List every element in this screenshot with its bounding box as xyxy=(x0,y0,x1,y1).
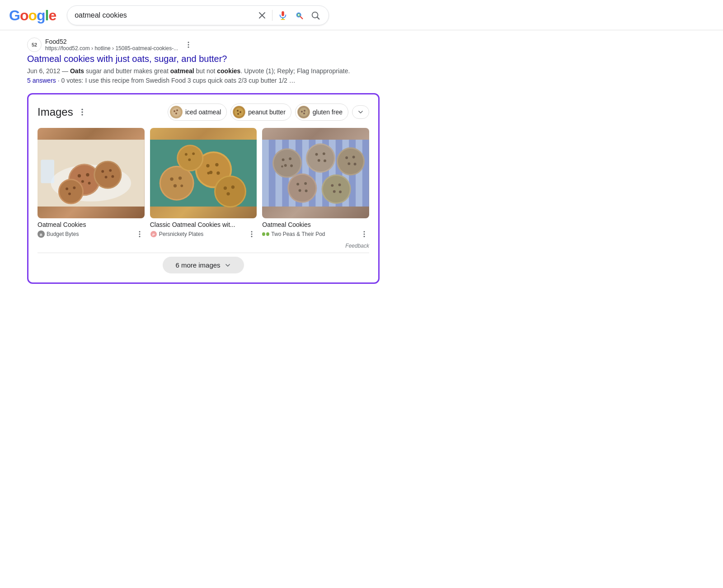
search-icon xyxy=(310,10,320,20)
svg-point-115 xyxy=(289,175,315,202)
image-2 xyxy=(150,128,257,218)
svg-point-128 xyxy=(364,236,365,237)
search-icon-group xyxy=(257,9,321,21)
svg-point-124 xyxy=(333,190,336,193)
svg-point-85 xyxy=(251,236,253,237)
more-filters-button[interactable] xyxy=(352,105,369,119)
svg-point-49 xyxy=(73,187,75,189)
source-icon-3 xyxy=(262,230,269,238)
result-title[interactable]: Oatmeal cookies with just oats, sugar, a… xyxy=(27,54,380,64)
svg-point-98 xyxy=(289,158,291,160)
image-menu-button-1[interactable] xyxy=(135,229,145,239)
image-source-3: Two Peas & Their Pod xyxy=(262,230,325,238)
voice-search-button[interactable] xyxy=(277,9,289,21)
chip-gluten-free[interactable]: gluten free xyxy=(295,103,348,121)
gluten-free-thumb xyxy=(297,106,310,118)
result-site-row: 52 Food52 https://food52.com › hotline ›… xyxy=(27,38,380,52)
svg-point-119 xyxy=(305,190,308,193)
chip-thumb-gluten-free xyxy=(297,106,310,118)
svg-point-84 xyxy=(251,234,253,235)
search-bar xyxy=(67,5,329,25)
svg-point-74 xyxy=(231,186,234,189)
feedback-label[interactable]: Feedback xyxy=(345,243,369,249)
svg-point-70 xyxy=(207,172,210,174)
lens-icon xyxy=(294,10,304,20)
clear-button[interactable] xyxy=(257,10,268,21)
more-vert-icon xyxy=(184,41,192,49)
svg-point-60 xyxy=(170,178,173,181)
svg-point-47 xyxy=(60,180,82,203)
cookie-image-3 xyxy=(262,128,369,218)
cookie-image-2 xyxy=(150,128,257,218)
result-more-button[interactable] xyxy=(183,40,193,50)
persnickety-plates-icon: P xyxy=(150,230,157,238)
svg-text:B: B xyxy=(40,233,42,237)
image-card-2[interactable]: Classic Oatmeal Cookies wit... P Persnic… xyxy=(150,128,257,239)
clear-icon xyxy=(258,11,267,20)
svg-point-37 xyxy=(81,180,84,183)
content-area: 52 Food52 https://food52.com › hotline ›… xyxy=(0,30,407,291)
svg-point-107 xyxy=(324,160,326,162)
site-info: Food52 https://food52.com › hotline › 15… xyxy=(45,38,178,52)
svg-point-127 xyxy=(364,234,365,235)
svg-point-12 xyxy=(188,47,189,48)
svg-point-83 xyxy=(251,231,253,233)
chip-iced-oatmeal[interactable]: iced oatmeal xyxy=(168,103,227,121)
divider xyxy=(272,10,272,21)
svg-point-15 xyxy=(81,114,83,116)
search-input[interactable] xyxy=(75,11,252,19)
svg-point-48 xyxy=(66,188,68,190)
svg-point-35 xyxy=(78,174,81,178)
svg-point-106 xyxy=(318,159,320,162)
panel-divider xyxy=(38,253,369,253)
image-card-3[interactable]: Oatmeal Cookies Two Peas & Their Pod xyxy=(262,128,369,239)
svg-point-78 xyxy=(185,153,188,156)
svg-point-14 xyxy=(81,112,83,113)
filter-chips: iced oatmeal peanut butter xyxy=(168,103,369,121)
image-more-icon-2 xyxy=(248,230,256,238)
chip-thumb-peanut-butter xyxy=(233,106,245,118)
lens-button[interactable] xyxy=(293,9,305,21)
svg-point-104 xyxy=(315,153,318,156)
chevron-down-more-icon xyxy=(224,262,231,269)
chevron-down-icon xyxy=(357,108,364,116)
image-card-1[interactable]: Oatmeal Cookies B Budget Bytes xyxy=(38,128,145,239)
dot-green-2 xyxy=(266,232,269,236)
more-images-button[interactable]: 6 more images xyxy=(163,257,244,273)
chip-peanut-butter[interactable]: peanut butter xyxy=(230,103,291,121)
svg-point-36 xyxy=(86,173,89,176)
result-answers: 5 answers · 0 votes: I use this recipe f… xyxy=(27,77,380,84)
image-menu-button-3[interactable] xyxy=(359,229,369,239)
search-button[interactable] xyxy=(310,9,321,21)
image-caption-2: Classic Oatmeal Cookies wit... xyxy=(150,221,257,228)
image-source-2: P Persnickety Plates xyxy=(150,230,204,238)
svg-point-55 xyxy=(139,234,140,235)
svg-rect-2 xyxy=(282,11,284,16)
svg-point-97 xyxy=(282,159,285,161)
feedback-row: Feedback xyxy=(38,243,369,249)
svg-point-10 xyxy=(188,42,189,43)
svg-point-22 xyxy=(235,108,244,117)
source-icon-2: P xyxy=(150,230,157,238)
microphone-icon xyxy=(278,10,288,20)
image-more-icon-1 xyxy=(136,230,144,238)
svg-point-111 xyxy=(352,156,355,159)
svg-point-105 xyxy=(323,153,325,155)
image-source-row-2: P Persnickety Plates xyxy=(150,229,257,239)
answers-link[interactable]: 5 answers xyxy=(27,77,56,84)
image-menu-button-2[interactable] xyxy=(247,229,257,239)
image-1 xyxy=(38,128,145,218)
svg-point-17 xyxy=(172,108,181,117)
images-title: Images xyxy=(38,106,73,118)
svg-rect-51 xyxy=(41,160,54,183)
image-grid: Oatmeal Cookies B Budget Bytes xyxy=(38,128,369,239)
images-title-row: Images xyxy=(38,106,88,118)
cookie-image-1 xyxy=(38,128,145,218)
svg-point-77 xyxy=(178,146,202,170)
svg-point-27 xyxy=(299,108,308,117)
peanut-butter-thumb xyxy=(233,106,245,118)
svg-point-99 xyxy=(284,164,287,167)
svg-point-67 xyxy=(215,163,218,166)
images-menu-button[interactable] xyxy=(77,107,88,118)
svg-point-41 xyxy=(95,162,120,188)
